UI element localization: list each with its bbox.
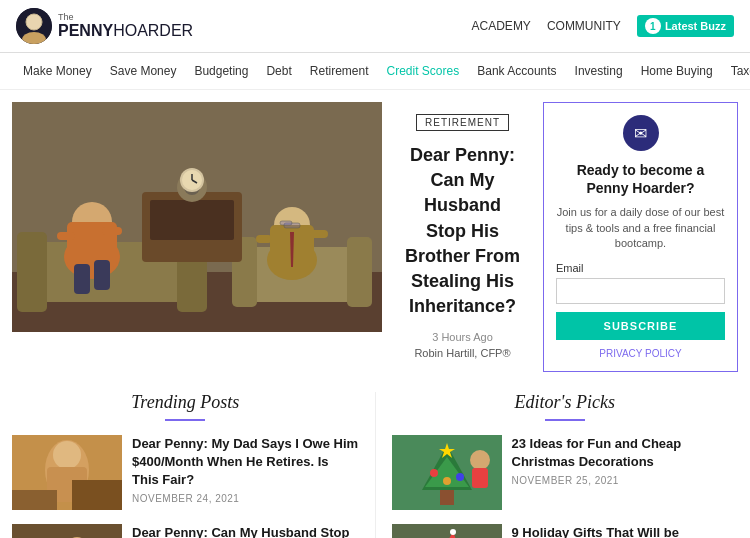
svg-rect-24 [74, 264, 90, 294]
post-title[interactable]: Dear Penny: My Dad Says I Owe Him $400/M… [132, 435, 359, 490]
trending-section: Trending Posts Dear Penny: My Dad Says I… [12, 392, 359, 538]
nav-taxes[interactable]: Taxes [724, 54, 750, 88]
post-content: 9 Holiday Gifts That Will be Ridiculousl… [512, 524, 739, 538]
nav-budgeting[interactable]: Budgeting [187, 54, 255, 88]
featured-article-text: RETIREMENT Dear Penny: Can My Husband St… [382, 102, 543, 372]
latest-buzz-badge: 1 [645, 18, 661, 34]
post-thumbnail [12, 435, 122, 510]
svg-rect-22 [57, 232, 75, 240]
post-title[interactable]: 23 Ideas for Fun and Cheap Christmas Dec… [512, 435, 739, 471]
svg-rect-39 [72, 480, 122, 510]
list-item: 9 Holiday Gifts That Will be Ridiculousl… [392, 524, 739, 538]
article-tag: RETIREMENT [416, 114, 509, 131]
svg-rect-58 [392, 524, 502, 538]
post-thumbnail [12, 524, 122, 538]
main-nav: Make Money Save Money Budgeting Debt Ret… [0, 53, 750, 90]
featured-image [12, 102, 382, 372]
nav-retirement[interactable]: Retirement [303, 54, 376, 88]
main-feature: RETIREMENT Dear Penny: Can My Husband St… [0, 90, 750, 372]
post-content: Dear Penny: My Dad Says I Owe Him $400/M… [132, 435, 359, 505]
nav-bank-accounts[interactable]: Bank Accounts [470, 54, 563, 88]
nav-debt[interactable]: Debt [259, 54, 298, 88]
logo-text: The PENNYHOARDER [58, 12, 193, 40]
svg-point-36 [53, 441, 81, 469]
svg-rect-57 [472, 468, 488, 488]
trending-title: Trending Posts [12, 392, 359, 413]
list-item: Dear Penny: My Dad Says I Owe Him $400/M… [12, 435, 359, 510]
academy-link[interactable]: ACADEMY [472, 19, 531, 33]
svg-rect-38 [12, 490, 57, 510]
subscribe-button[interactable]: SUBSCRIBE [556, 312, 725, 340]
post-title[interactable]: 9 Holiday Gifts That Will be Ridiculousl… [512, 524, 739, 538]
svg-rect-30 [310, 230, 328, 238]
article-author: Robin Hartill, CFP® [414, 347, 510, 359]
svg-rect-12 [150, 200, 234, 240]
editors-picks-section: Editor's Picks [392, 392, 739, 538]
svg-point-53 [430, 469, 438, 477]
signup-box: ✉ Ready to become a Penny Hoarder? Join … [543, 102, 738, 372]
svg-point-55 [443, 477, 451, 485]
email-input[interactable] [556, 278, 725, 304]
list-item: Dear Penny: Can My Husband Stop His Brot… [12, 524, 359, 538]
email-icon: ✉ [623, 115, 659, 151]
site-header: The PENNYHOARDER ACADEMY COMMUNITY 1 Lat… [0, 0, 750, 53]
svg-point-56 [470, 450, 490, 470]
post-title[interactable]: Dear Penny: Can My Husband Stop His Brot… [132, 524, 359, 538]
svg-rect-10 [347, 237, 372, 307]
community-link[interactable]: COMMUNITY [547, 19, 621, 33]
signup-description: Join us for a daily dose of our best tip… [556, 205, 725, 251]
post-date: November 24, 2021 [132, 493, 359, 504]
sections-row: Trending Posts Dear Penny: My Dad Says I… [0, 372, 750, 538]
editors-picks-title: Editor's Picks [392, 392, 739, 413]
article-time: 3 Hours Ago [432, 331, 493, 343]
svg-rect-40 [12, 524, 122, 538]
post-thumbnail [392, 524, 502, 538]
section-separator [375, 392, 376, 538]
post-thumbnail [392, 435, 502, 510]
post-content: 23 Ideas for Fun and Cheap Christmas Dec… [512, 435, 739, 486]
latest-buzz-button[interactable]: 1 Latest Buzz [637, 15, 734, 37]
svg-point-1 [26, 14, 42, 30]
svg-point-69 [450, 529, 456, 535]
signup-title: Ready to become a Penny Hoarder? [556, 161, 725, 197]
trending-divider [165, 419, 205, 421]
svg-rect-51 [440, 490, 454, 505]
latest-buzz-label: Latest Buzz [665, 20, 726, 32]
svg-rect-23 [102, 227, 122, 235]
editors-divider [545, 419, 585, 421]
nav-save-money[interactable]: Save Money [103, 54, 184, 88]
svg-rect-25 [94, 260, 110, 290]
post-date: November 25, 2021 [512, 475, 739, 486]
article-title[interactable]: Dear Penny: Can My Husband Stop His Brot… [402, 143, 523, 319]
svg-rect-33 [280, 221, 292, 225]
logo-icon [16, 8, 52, 44]
svg-rect-6 [17, 232, 47, 312]
privacy-policy-link[interactable]: PRIVACY POLICY [599, 348, 681, 359]
nav-investing[interactable]: Investing [568, 54, 630, 88]
svg-point-54 [456, 473, 464, 481]
post-content: Dear Penny: Can My Husband Stop His Brot… [132, 524, 359, 538]
nav-home-buying[interactable]: Home Buying [634, 54, 720, 88]
svg-rect-29 [256, 235, 272, 243]
nav-make-money[interactable]: Make Money [16, 54, 99, 88]
list-item: 23 Ideas for Fun and Cheap Christmas Dec… [392, 435, 739, 510]
header-right: ACADEMY COMMUNITY 1 Latest Buzz [472, 15, 734, 37]
email-label: Email [556, 262, 584, 274]
nav-credit-scores[interactable]: Credit Scores [380, 54, 467, 88]
logo[interactable]: The PENNYHOARDER [16, 8, 193, 44]
